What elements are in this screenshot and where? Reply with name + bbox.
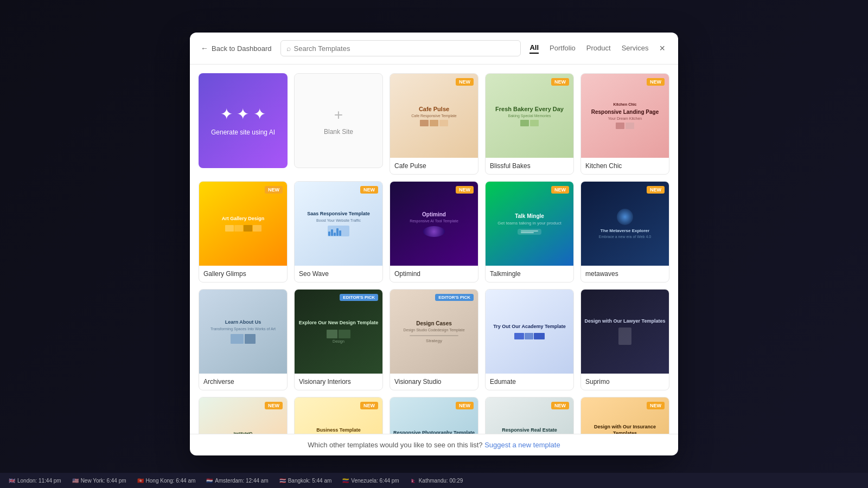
template-name: Seo Wave [295, 266, 382, 282]
template-name: Visionary Studio [390, 374, 478, 390]
template-name: Archiverse [199, 374, 287, 390]
template-name: Kitchen Chic [581, 158, 669, 174]
template-card-seo-wave[interactable]: NEW Saas Responsive Template Boost Your … [294, 181, 383, 282]
badge-editors-pick: EDITOR'S PICK [435, 294, 474, 301]
tab-product[interactable]: Product [586, 44, 611, 53]
template-card-realestate[interactable]: NEW Responsive Real Estate Codedesign Te… [485, 397, 574, 434]
badge-new: NEW [456, 186, 474, 194]
search-box: ⌕ [280, 40, 521, 56]
status-london-label: London: 11:44 pm [17, 478, 61, 484]
template-card-optimind[interactable]: NEW Optimind Responsive AI Tool Template… [390, 181, 478, 282]
modal-header: ← Back to Dashboard ⌕ All Portfolio Prod… [190, 33, 678, 65]
modal-footer: Which other templates would you like to … [190, 434, 678, 455]
template-card-suprimo[interactable]: Design with Our Lawyer Templates Suprimo [580, 289, 669, 390]
badge-new: NEW [551, 402, 569, 409]
ai-stars-icon: ✦ ✦ ✦ [220, 105, 266, 123]
close-button[interactable]: × [657, 41, 667, 55]
status-kathmandu: 🇳🇵 Kathmandu: 00:29 [410, 478, 463, 484]
modal-backdrop: ← Back to Dashboard ⌕ All Portfolio Prod… [0, 0, 868, 488]
template-card-edumate[interactable]: Try Out Our Academy Template Edumate [485, 289, 574, 390]
template-card-visionary-studio[interactable]: EDITOR'S PICK Design Cases Design Studio… [390, 289, 478, 390]
status-kathmandu-label: Kathmandu: 00:29 [419, 478, 463, 484]
badge-new: NEW [265, 186, 283, 194]
status-hongkong: 🇭🇰 Hong Kong: 6:44 am [137, 478, 196, 484]
template-card-kitchen-chic[interactable]: NEW Kitchen Chic Responsive Landing Page… [580, 73, 669, 175]
template-card-metawaves[interactable]: NEW The Metaverse Explorer Embrace a new… [580, 181, 669, 282]
status-amsterdam-label: Amsterdam: 12:44 am [215, 478, 268, 484]
badge-editors-pick: EDITOR'S PICK [340, 294, 378, 301]
template-name: Optimind [390, 266, 478, 282]
tab-all[interactable]: All [529, 43, 539, 54]
template-name: Cafe Pulse [390, 158, 478, 174]
template-name: Talkmingle [486, 266, 573, 282]
modal-body: ✦ ✦ ✦ Generate site using AI + Blank Sit… [190, 65, 678, 434]
badge-new: NEW [647, 402, 665, 409]
badge-new: NEW [360, 186, 378, 194]
back-arrow-icon: ← [201, 44, 208, 53]
status-bangkok: 🇹🇭 Bangkok: 5:44 am [279, 478, 332, 484]
template-name: Suprimo [581, 374, 669, 390]
template-card-blissful-bakes[interactable]: NEW Fresh Bakery Every Day Baking Specia… [485, 73, 574, 175]
template-card-visionary-interiors[interactable]: EDITOR'S PICK Explore Our New Design Tem… [294, 289, 383, 390]
status-london: 🇬🇧 London: 11:44 pm [9, 478, 61, 484]
template-card-gallery-glimps[interactable]: NEW Art Gallery Design Gallery Glimps [199, 181, 288, 282]
badge-new: NEW [551, 186, 569, 194]
badge-new: NEW [647, 78, 665, 86]
template-card-photo[interactable]: NEW Responsive Photography Template [390, 397, 478, 434]
badge-new: NEW [456, 78, 474, 86]
template-name: Edumate [486, 374, 573, 390]
template-name: Blissful Bakes [486, 158, 573, 174]
ai-generate-card[interactable]: ✦ ✦ ✦ Generate site using AI [199, 73, 288, 168]
back-to-dashboard-button[interactable]: ← Back to Dashboard [201, 44, 272, 53]
template-name: Gallery Glimps [199, 266, 287, 282]
status-venezuela-label: Venezuela: 6:44 pm [351, 478, 399, 484]
status-bangkok-label: Bangkok: 5:44 am [288, 478, 332, 484]
template-card-cafe-pulse[interactable]: NEW Cafe Pulse Cafe Responsive Template … [390, 73, 478, 175]
badge-new: NEW [551, 78, 569, 86]
blank-plus-icon: + [334, 106, 343, 124]
status-hongkong-label: Hong Kong: 6:44 am [146, 478, 196, 484]
status-bar: 🇬🇧 London: 11:44 pm 🇺🇸 New York: 6:44 pm… [0, 473, 868, 488]
template-card-yellow[interactable]: NEW Business Template [294, 397, 383, 434]
template-card-insurance[interactable]: NEW Design with Our Insurance Templates [580, 397, 669, 434]
filter-tabs: All Portfolio Product Services [529, 43, 648, 54]
template-modal: ← Back to Dashboard ⌕ All Portfolio Prod… [190, 33, 678, 455]
status-venezuela: 🇻🇪 Venezuela: 6:44 pm [342, 478, 399, 484]
badge-new: NEW [647, 186, 665, 194]
badge-new: NEW [265, 402, 283, 409]
suggest-template-link[interactable]: Suggest a new template [484, 441, 560, 449]
search-input[interactable] [294, 44, 515, 53]
template-name: metawaves [581, 266, 669, 282]
badge-new: NEW [456, 402, 474, 409]
status-newyork-label: New York: 6:44 pm [81, 478, 126, 484]
template-card-archiverse[interactable]: Learn About Us Transforming Spaces Into … [199, 289, 288, 390]
template-card-talkmingle[interactable]: NEW Talk Mingle Get teams talking in you… [485, 181, 574, 282]
ai-card-label: Generate site using AI [211, 129, 275, 136]
templates-grid: ✦ ✦ ✦ Generate site using AI + Blank Sit… [199, 73, 669, 434]
blank-site-card[interactable]: + Blank Site [294, 73, 383, 168]
template-name: Visionary Interiors [295, 374, 382, 390]
status-amsterdam: 🇳🇱 Amsterdam: 12:44 am [206, 478, 268, 484]
template-card-instituteiq[interactable]: NEW InstituteIQ Responsive Education Tem… [199, 397, 288, 434]
search-icon: ⌕ [286, 44, 291, 53]
tab-portfolio[interactable]: Portfolio [550, 44, 576, 53]
footer-text: Which other templates would you like to … [308, 441, 482, 449]
back-label: Back to Dashboard [212, 44, 272, 53]
badge-new: NEW [360, 402, 378, 409]
status-newyork: 🇺🇸 New York: 6:44 pm [72, 478, 126, 484]
tab-services[interactable]: Services [622, 44, 649, 53]
blank-card-label: Blank Site [324, 128, 353, 136]
